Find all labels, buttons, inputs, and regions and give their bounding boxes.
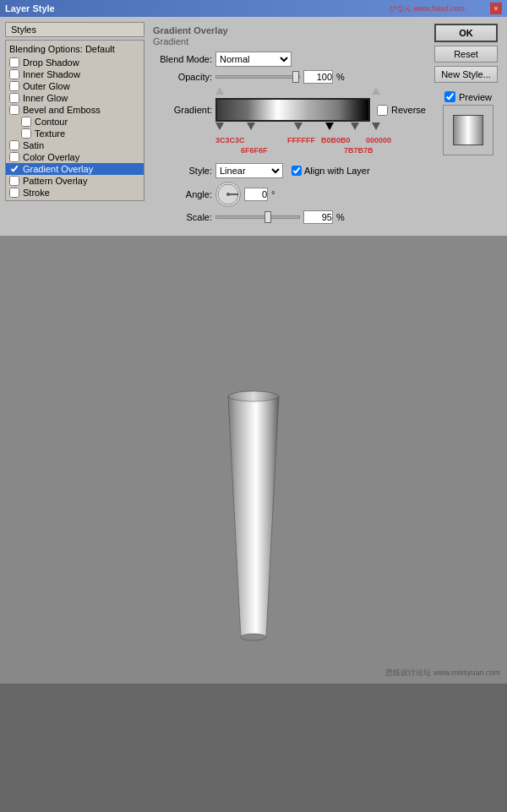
stroke-label: Stroke	[23, 188, 50, 198]
preview-label-row: Preview	[444, 91, 492, 102]
texture-label: Texture	[35, 128, 65, 139]
scale-slider[interactable]	[215, 215, 300, 219]
svg-point-3	[228, 391, 279, 401]
angle-unit: °	[271, 189, 275, 199]
bevel-emboss-checkbox[interactable]	[9, 105, 19, 115]
satin-checkbox[interactable]	[9, 140, 19, 150]
scale-label: Scale:	[153, 212, 212, 222]
scale-row: Scale: %	[153, 210, 426, 224]
angle-dial-svg	[216, 183, 240, 206]
style-item-stroke[interactable]: Stroke	[6, 187, 144, 199]
dialog-title: Layer Style	[5, 3, 55, 14]
style-item-texture[interactable]: Texture	[6, 128, 144, 139]
inner-shadow-checkbox[interactable]	[9, 69, 19, 79]
scale-input[interactable]	[303, 210, 333, 224]
blending-options-item[interactable]: Blending Options: Default	[6, 42, 144, 56]
style-item-contour[interactable]: Contour	[6, 116, 144, 128]
preview-checkbox[interactable]	[444, 91, 455, 102]
pattern-overlay-checkbox[interactable]	[9, 176, 19, 186]
inner-shadow-label: Inner Shadow	[23, 69, 80, 79]
buttons-panel: OK Reset New Style... Preview	[434, 22, 502, 231]
canvas-area: 思练设计论坛 www.missyuan.com	[0, 236, 507, 684]
style-item-drop-shadow[interactable]: Drop Shadow	[6, 57, 144, 68]
color-stop-2[interactable]	[247, 123, 255, 130]
bottom-stops	[215, 123, 370, 133]
texture-checkbox[interactable]	[21, 128, 31, 139]
color-stop-labels: 3C3C3C 6F6F6F FFFFFF B0B0B0 7B7B7B 00000…	[215, 136, 426, 160]
gradient-overlay-checkbox[interactable]	[9, 164, 19, 174]
reverse-checkbox[interactable]	[377, 105, 388, 116]
angle-input[interactable]	[244, 188, 268, 201]
drop-shadow-checkbox[interactable]	[9, 57, 19, 68]
style-item-pattern-overlay[interactable]: Pattern Overlay	[6, 175, 144, 187]
opacity-stop-2[interactable]	[372, 87, 380, 95]
opacity-input[interactable]	[303, 70, 333, 84]
color-label-4: B0B0B0	[321, 136, 351, 144]
gradient-row: Gradient:	[153, 87, 426, 133]
opacity-stop-1[interactable]	[215, 87, 224, 95]
pattern-overlay-label: Pattern Overlay	[23, 176, 87, 186]
blending-options-label: Blending Options: Default	[9, 44, 115, 54]
gradient-bar[interactable]	[215, 98, 370, 122]
align-with-layer-row: Align with Layer	[292, 166, 370, 176]
blend-mode-select[interactable]: Normal Multiply Screen	[215, 52, 292, 67]
style-row: Style: Linear Radial Angle Align with La…	[153, 163, 426, 178]
reverse-row: Reverse	[377, 105, 426, 116]
styles-panel: Styles Blending Options: Default Drop Sh…	[5, 22, 144, 231]
contour-checkbox[interactable]	[21, 117, 31, 127]
style-item-color-overlay[interactable]: Color Overlay	[6, 151, 144, 163]
bevel-emboss-label: Bevel and Emboss	[23, 105, 101, 115]
inner-glow-checkbox[interactable]	[9, 93, 19, 103]
opacity-slider[interactable]	[215, 75, 300, 79]
style-select[interactable]: Linear Radial Angle	[215, 163, 283, 178]
satin-label: Satin	[23, 140, 44, 150]
inner-glow-label: Inner Glow	[23, 93, 68, 103]
color-stop-4[interactable]	[325, 123, 334, 130]
svg-point-2	[226, 193, 230, 196]
color-overlay-checkbox[interactable]	[9, 152, 19, 162]
color-label-2: 6F6F6F	[241, 146, 268, 155]
style-item-satin[interactable]: Satin	[6, 139, 144, 151]
preview-box	[443, 105, 493, 155]
angle-dial[interactable]	[215, 182, 241, 207]
opacity-unit: %	[336, 72, 345, 82]
settings-panel: Gradient Overlay Gradient Blend Mode: No…	[150, 22, 429, 231]
reverse-label: Reverse	[391, 105, 426, 115]
angle-label: Angle:	[153, 189, 212, 199]
settings-subtitle: Gradient	[153, 36, 426, 46]
color-stop-1[interactable]	[215, 123, 224, 130]
color-stop-6[interactable]	[372, 123, 380, 130]
cup-svg	[211, 388, 296, 641]
align-with-layer-checkbox[interactable]	[292, 166, 302, 176]
gradient-label: Gradient:	[153, 105, 212, 115]
close-button[interactable]: ×	[490, 3, 502, 14]
outer-glow-label: Outer Glow	[23, 81, 70, 91]
gradient-preview-wrapper	[215, 87, 370, 133]
style-item-bevel-emboss[interactable]: Bevel and Emboss	[6, 104, 144, 116]
color-label-6: 000000	[366, 136, 391, 144]
styles-header-label: Styles	[11, 25, 36, 35]
stroke-checkbox[interactable]	[9, 188, 19, 198]
style-item-inner-glow[interactable]: Inner Glow	[6, 92, 144, 104]
color-label-3: FFFFFF	[287, 136, 315, 144]
cup-container	[211, 388, 296, 641]
style-item-gradient-overlay[interactable]: Gradient Overlay	[6, 163, 144, 175]
watermark-top: ひなん www.hasd.com	[389, 3, 465, 14]
preview-section: Preview	[434, 91, 502, 155]
color-stop-5[interactable]	[351, 123, 359, 130]
opacity-label: Opacity:	[153, 72, 212, 82]
contour-label: Contour	[35, 117, 68, 127]
color-stop-3[interactable]	[294, 123, 303, 130]
style-item-outer-glow[interactable]: Outer Glow	[6, 80, 144, 92]
angle-row: Angle: °	[153, 182, 426, 207]
svg-point-4	[241, 634, 266, 640]
reset-button[interactable]: Reset	[434, 46, 498, 63]
align-with-layer-label: Align with Layer	[304, 166, 370, 176]
styles-header[interactable]: Styles	[5, 22, 144, 37]
outer-glow-checkbox[interactable]	[9, 81, 19, 91]
new-style-button[interactable]: New Style...	[434, 66, 498, 83]
ok-button[interactable]: OK	[434, 24, 498, 42]
preview-label: Preview	[459, 92, 492, 102]
canvas-watermark: 思练设计论坛 www.missyuan.com	[385, 668, 500, 678]
style-item-inner-shadow[interactable]: Inner Shadow	[6, 68, 144, 80]
